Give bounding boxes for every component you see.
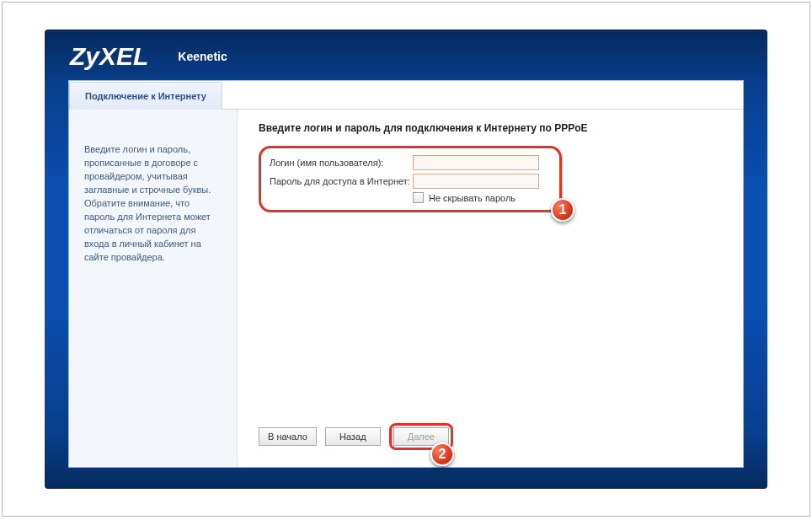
sidebar: Введите логин и пароль, прописанные в до… (69, 110, 238, 467)
model-name: Keenetic (178, 50, 227, 63)
home-button[interactable]: В начало (259, 427, 317, 446)
main-pane: Введите логин и пароль для подключения к… (238, 110, 743, 467)
sidebar-help-text: Введите логин и пароль, прописанные в до… (84, 143, 222, 264)
login-input[interactable] (413, 155, 539, 170)
annotation-badge-1: 1 (551, 198, 574, 222)
back-button[interactable]: Назад (325, 427, 381, 446)
login-label: Логин (имя пользователя): (270, 158, 413, 168)
page-title: Введите логин и пароль для подключения к… (259, 122, 722, 134)
tab-internet-connection[interactable]: Подключение к Интернету (69, 82, 222, 110)
body-area: Введите логин и пароль, прописанные в до… (69, 110, 743, 467)
show-password-label: Не скрывать пароль (429, 193, 516, 203)
credentials-block: Логин (имя пользователя): Пароль для дос… (259, 146, 562, 212)
button-bar: В начало Назад Далее 2 (259, 408, 722, 450)
content-box: Подключение к Интернету Введите логин и … (68, 80, 744, 468)
annotation-badge-2: 2 (430, 442, 454, 466)
tab-bar: Подключение к Интернету (69, 81, 743, 110)
password-input[interactable] (413, 174, 539, 189)
app-panel: ZyXEL Keenetic Подключение к Интернету В… (45, 29, 767, 489)
header: ZyXEL Keenetic (45, 29, 767, 78)
show-password-checkbox[interactable] (413, 192, 424, 203)
password-label: Пароль для доступа в Интернет: (270, 176, 413, 186)
brand-logo: ZyXEL (70, 42, 148, 71)
next-button-highlight: Далее 2 (389, 423, 453, 450)
window-frame: ZyXEL Keenetic Подключение к Интернету В… (2, 2, 810, 517)
